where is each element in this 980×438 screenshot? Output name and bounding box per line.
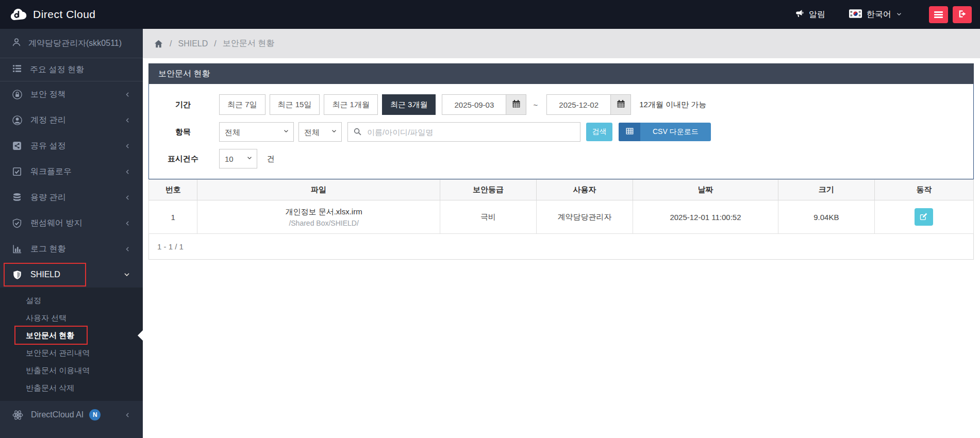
date-from-input[interactable]: [442, 94, 506, 115]
submenu-item-secure-doc-history[interactable]: 보안문서 관리내역: [0, 344, 143, 362]
sidebar-item-label: 보안 정책: [30, 89, 65, 100]
date-to-group: [546, 94, 631, 115]
submenu-item-label: 사용자 선택: [26, 313, 67, 323]
filter-row-period: 기간 최근 7일 최근 15일 최근 1개월 최근 3개월 ~: [158, 94, 964, 115]
menu-button[interactable]: [929, 6, 948, 23]
search-input[interactable]: [347, 122, 580, 142]
pagesize-select[interactable]: 10: [219, 149, 257, 169]
results-table: 번호 파일 보안등급 사용자 날짜 크기 동작 1: [148, 179, 974, 234]
user-icon: [11, 37, 22, 49]
submenu-item-label: 반출문서 이용내역: [26, 366, 90, 376]
submenu-item-label: 보안문서 관리내역: [26, 348, 90, 358]
file-name: 개인정보 문서.xlsx.irm: [208, 207, 439, 217]
breadcrumb-separator: /: [170, 39, 172, 48]
cell-user: 계약담당관리자: [536, 200, 633, 234]
sidebar-item-config-status[interactable]: 주요 설정 현황: [0, 58, 143, 81]
sidebar: 계약담당관리자(skk0511) 주요 설정 현황 보안 정책 계정 관리 공유…: [0, 29, 143, 438]
breadcrumb-separator: /: [214, 39, 216, 48]
chevron-down-icon: [896, 10, 902, 19]
new-badge: N: [89, 409, 101, 420]
col-user: 사용자: [536, 180, 633, 200]
cell-date: 2025-12-01 11:00:52: [633, 200, 778, 234]
topbar-right: 알림 한국어: [794, 6, 972, 23]
sidebar-item-capacity[interactable]: 용량 관리: [0, 184, 143, 210]
sidebar-item-label: 랜섬웨어 방지: [30, 218, 82, 229]
date-to-calendar-button[interactable]: [610, 94, 631, 115]
period-1month-button[interactable]: 최근 1개월: [324, 94, 378, 115]
bar-chart-icon: [11, 244, 23, 254]
col-action: 동작: [874, 180, 973, 200]
sidebar-item-label: 공유 설정: [30, 141, 65, 151]
submenu-item-export-doc-delete[interactable]: 반출문서 삭제: [0, 379, 143, 397]
category-select-1[interactable]: 전체: [219, 122, 294, 142]
table-header-row: 번호 파일 보안등급 사용자 날짜 크기 동작: [149, 180, 974, 200]
main-content: / SHIELD / 보안문서 현황 보안문서 현황 기간 최근 7일 최근 1…: [143, 29, 980, 438]
edit-action-button[interactable]: [915, 208, 933, 226]
calendar-icon: [616, 99, 626, 110]
search-field: [347, 122, 580, 142]
brand-logo[interactable]: Direct Cloud: [9, 8, 96, 21]
sidebar-item-shield[interactable]: SHIELD: [0, 262, 143, 288]
notification-button[interactable]: 알림: [794, 9, 825, 20]
period-3months-button[interactable]: 최근 3개월: [382, 94, 436, 115]
category-select-2[interactable]: 전체: [298, 122, 342, 142]
sidebar-item-directcloud-ai[interactable]: DirectCloud AI N: [0, 401, 143, 429]
logout-button[interactable]: [953, 6, 972, 23]
sidebar-item-security-policy[interactable]: 보안 정책: [0, 81, 143, 107]
lock-icon: [11, 89, 23, 100]
sidebar-item-label: SHIELD: [30, 270, 60, 279]
date-from-calendar-button[interactable]: [506, 94, 526, 115]
active-item-arrow: [138, 330, 143, 341]
submenu-item-label: 설정: [26, 296, 41, 306]
submenu-item-settings[interactable]: 설정: [0, 292, 143, 309]
filter-row-category: 항목 전체 전체: [158, 122, 964, 142]
date-to-input[interactable]: [546, 94, 610, 115]
chevron-left-icon: [125, 194, 130, 201]
chevron-left-icon: [125, 117, 130, 124]
atom-icon: [11, 409, 24, 421]
shield-check-icon: [11, 218, 23, 229]
submenu-item-label: 보안문서 현황: [26, 331, 74, 341]
list-icon: [12, 63, 22, 76]
submenu-item-user-select[interactable]: 사용자 선택: [0, 309, 143, 327]
submenu-item-export-doc-usage[interactable]: 반출문서 이용내역: [0, 362, 143, 379]
home-icon[interactable]: [154, 39, 163, 48]
pagination: 1 - 1 / 1: [148, 234, 974, 260]
sidebar-item-log-status[interactable]: 로그 현황: [0, 236, 143, 262]
submenu-item-secure-doc-status[interactable]: 보안문서 현황: [0, 327, 143, 344]
chevron-down-icon: [123, 272, 130, 278]
shield-submenu: 설정 사용자 선택 보안문서 현황 보안문서 관리내역 반출문서 이용내역: [0, 288, 143, 401]
pagesize-label: 표시건수: [158, 154, 208, 164]
language-label: 한국어: [867, 9, 891, 20]
period-15days-button[interactable]: 최근 15일: [270, 94, 320, 115]
table-row: 1 개인정보 문서.xlsx.irm /Shared Box/SHIELD/ 극…: [149, 200, 974, 234]
category-label: 항목: [158, 127, 208, 137]
calendar-icon: [511, 99, 521, 110]
brand-name: Direct Cloud: [33, 8, 96, 21]
cell-action: [874, 200, 973, 234]
sidebar-item-label: DirectCloud AI: [31, 410, 84, 419]
sidebar-item-ransomware[interactable]: 랜섬웨어 방지: [0, 210, 143, 236]
sidebar-item-share-settings[interactable]: 공유 설정: [0, 133, 143, 159]
filter-panel: 기간 최근 7일 최근 15일 최근 1개월 최근 3개월 ~: [148, 84, 974, 179]
pagesize-unit: 건: [267, 154, 275, 164]
language-selector[interactable]: 한국어: [849, 9, 902, 20]
check-square-icon: [11, 166, 23, 177]
search-button[interactable]: 검색: [586, 123, 612, 141]
sidebar-user[interactable]: 계약담당관리자(skk0511): [0, 29, 143, 58]
sidebar-item-workflow[interactable]: 워크플로우: [0, 159, 143, 184]
shield-icon: [11, 269, 23, 280]
period-note: 12개월 이내만 가능: [639, 100, 706, 110]
col-date: 날짜: [633, 180, 778, 200]
breadcrumb-shield[interactable]: SHIELD: [178, 39, 208, 48]
csv-download-button[interactable]: CSV 다운로드: [619, 123, 711, 141]
share-icon: [11, 141, 23, 151]
topbar: Direct Cloud 알림 한국어: [0, 0, 980, 29]
chevron-left-icon: [125, 246, 130, 252]
user-circle-icon: [11, 115, 23, 126]
sidebar-user-label: 계약담당관리자(skk0511): [28, 38, 122, 49]
sidebar-item-account-management[interactable]: 계정 관리: [0, 107, 143, 133]
chevron-left-icon: [125, 220, 130, 227]
chevron-left-icon: [125, 91, 130, 98]
period-7days-button[interactable]: 최근 7일: [219, 94, 265, 115]
